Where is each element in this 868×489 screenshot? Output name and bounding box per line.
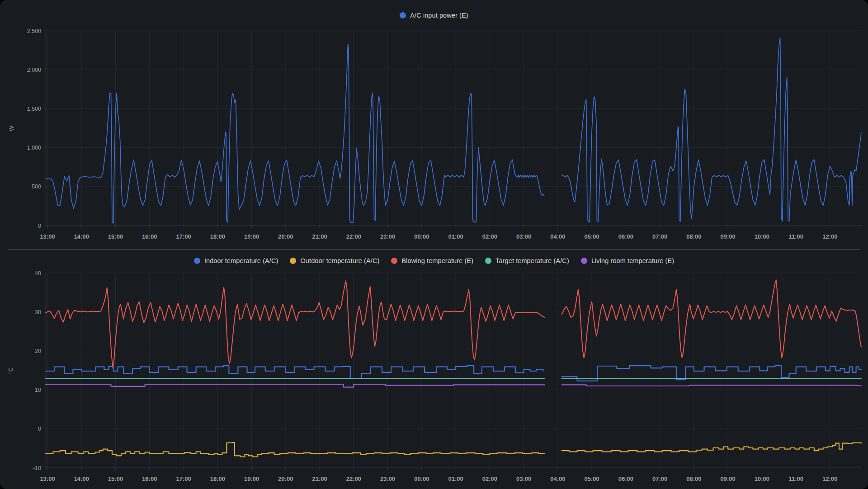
x-tick-label: 12:00 (822, 233, 837, 240)
x-tick-label: 01:00 (448, 475, 463, 482)
y-tick-label: 20 (35, 348, 41, 354)
x-tick-label: 23:00 (380, 475, 395, 482)
x-tick-label: 02:00 (482, 475, 497, 482)
x-tick-label: 03:00 (516, 233, 531, 240)
x-tick-label: 05:00 (585, 475, 599, 482)
x-tick-label: 13:00 (40, 233, 55, 240)
x-tick-label: 11:00 (788, 233, 803, 240)
x-tick-label: 18:00 (210, 475, 225, 482)
x-tick-label: 06:00 (618, 233, 633, 240)
grafana-dashboard: A/C input power (E) 05001,0001,5002,0002… (0, 0, 868, 489)
x-tick-label: 00:00 (414, 475, 429, 482)
x-tick-label: 17:00 (176, 233, 191, 240)
x-tick-label: 06:00 (618, 475, 633, 482)
x-tick-label: 22:00 (346, 475, 361, 482)
x-tick-label: 21:00 (312, 475, 327, 482)
series-line-living-room-temperature-e (46, 385, 861, 387)
y-tick-label: 2,500 (27, 28, 41, 34)
x-tick-label: 16:00 (142, 233, 157, 240)
y-tick-label: 500 (32, 183, 41, 190)
power-time-series-chart[interactable]: 05001,0001,5002,0002,50013:0014:0015:001… (0, 0, 868, 248)
y-tick-label: -10 (33, 465, 41, 471)
x-tick-label: 19:00 (244, 475, 259, 482)
x-tick-label: 14:00 (74, 233, 89, 240)
series-line-outdoor-temperature-a-c (46, 442, 861, 457)
y-tick-label: 0 (38, 426, 41, 432)
y-tick-label: 1,000 (27, 145, 41, 151)
x-tick-label: 10:00 (755, 233, 769, 240)
panel-divider[interactable] (8, 249, 860, 250)
x-tick-label: 21:00 (312, 233, 327, 240)
temperature-time-series-chart[interactable]: -1001020304013:0014:0015:0016:0017:0018:… (0, 251, 868, 489)
panel-ac-input-power: A/C input power (E) 05001,0001,5002,0002… (0, 0, 868, 248)
x-tick-label: 20:00 (278, 475, 293, 482)
x-tick-label: 20:00 (278, 233, 293, 240)
x-tick-label: 22:00 (346, 233, 361, 240)
x-tick-label: 14:00 (74, 475, 89, 482)
y-tick-label: 10 (35, 387, 41, 393)
x-tick-label: 09:00 (721, 233, 736, 240)
x-tick-label: 08:00 (686, 233, 701, 240)
x-tick-label: 07:00 (652, 233, 667, 240)
x-tick-label: 01:00 (448, 233, 463, 240)
x-tick-label: 04:00 (550, 475, 565, 482)
y-tick-label: 2,000 (27, 67, 41, 73)
panel-temperatures: Indoor temperature (A/C)Outdoor temperat… (0, 251, 868, 489)
x-tick-label: 12:00 (822, 475, 837, 482)
x-tick-label: 10:00 (755, 475, 769, 482)
x-tick-label: 15:00 (108, 233, 123, 240)
y-axis-unit-label: W (9, 126, 15, 131)
x-tick-label: 19:00 (244, 233, 259, 240)
x-tick-label: 05:00 (585, 233, 599, 240)
y-tick-label: 1,500 (27, 106, 41, 112)
x-tick-label: 09:00 (721, 475, 736, 482)
x-tick-label: 02:00 (482, 233, 497, 240)
x-tick-label: 08:00 (686, 475, 701, 482)
x-tick-label: 15:00 (108, 475, 123, 482)
x-tick-label: 18:00 (210, 233, 225, 240)
x-tick-label: 04:00 (550, 233, 565, 240)
series-line-a-c-input-power-e (46, 38, 861, 224)
x-tick-label: 07:00 (652, 475, 667, 482)
x-tick-label: 17:00 (176, 475, 191, 482)
x-tick-label: 00:00 (414, 233, 429, 240)
x-tick-label: 13:00 (40, 475, 55, 482)
y-tick-label: 0 (38, 223, 41, 229)
x-tick-label: 03:00 (516, 475, 531, 482)
y-axis-unit-label: °C (8, 367, 14, 374)
x-tick-label: 23:00 (380, 233, 395, 240)
y-tick-label: 30 (35, 309, 41, 315)
x-tick-label: 16:00 (142, 475, 157, 482)
series-line-blowing-temperature-e (46, 280, 861, 367)
y-tick-label: 40 (35, 270, 41, 277)
x-tick-label: 11:00 (788, 475, 803, 482)
